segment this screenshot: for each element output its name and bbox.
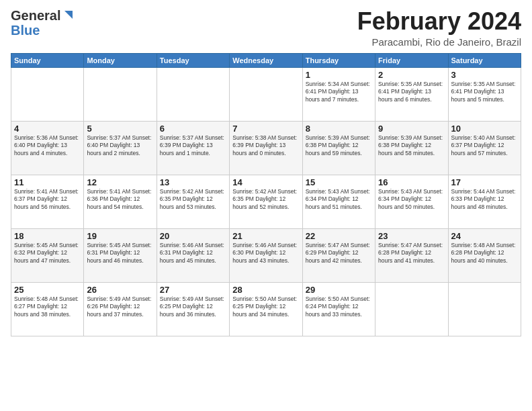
day-number: 19 xyxy=(87,231,153,241)
day-number: 2 xyxy=(378,70,445,80)
day-info: Sunrise: 5:39 AM Sunset: 6:38 PM Dayligh… xyxy=(378,134,445,157)
logo-blue: Blue xyxy=(11,23,40,38)
day-number: 9 xyxy=(378,124,445,134)
day-cell: 28Sunrise: 5:50 AM Sunset: 6:25 PM Dayli… xyxy=(230,282,302,336)
day-info: Sunrise: 5:50 AM Sunset: 6:25 PM Dayligh… xyxy=(232,295,299,318)
day-info: Sunrise: 5:47 AM Sunset: 6:29 PM Dayligh… xyxy=(306,242,372,265)
title-block: February 2024 Paracambi, Rio de Janeiro,… xyxy=(357,8,521,48)
day-info: Sunrise: 5:37 AM Sunset: 6:40 PM Dayligh… xyxy=(87,134,153,157)
day-info: Sunrise: 5:40 AM Sunset: 6:37 PM Dayligh… xyxy=(451,134,518,157)
day-cell: 18Sunrise: 5:45 AM Sunset: 6:32 PM Dayli… xyxy=(11,228,84,282)
svg-marker-0 xyxy=(64,11,73,19)
day-cell xyxy=(448,282,521,336)
calendar-container: General Blue February 2024 Paracambi, Ri… xyxy=(0,0,532,411)
day-number: 23 xyxy=(378,231,445,241)
col-header-sunday: Sunday xyxy=(11,53,84,67)
day-number: 18 xyxy=(14,231,81,241)
day-info: Sunrise: 5:49 AM Sunset: 6:26 PM Dayligh… xyxy=(87,295,153,318)
day-info: Sunrise: 5:44 AM Sunset: 6:33 PM Dayligh… xyxy=(451,188,518,211)
day-cell: 8Sunrise: 5:39 AM Sunset: 6:38 PM Daylig… xyxy=(302,121,375,175)
day-cell: 4Sunrise: 5:36 AM Sunset: 6:40 PM Daylig… xyxy=(11,121,84,175)
day-number: 12 xyxy=(87,177,153,187)
col-header-saturday: Saturday xyxy=(448,53,521,67)
day-number: 6 xyxy=(160,124,226,134)
day-info: Sunrise: 5:45 AM Sunset: 6:32 PM Dayligh… xyxy=(14,242,81,265)
day-info: Sunrise: 5:39 AM Sunset: 6:38 PM Dayligh… xyxy=(306,134,372,157)
day-cell: 29Sunrise: 5:50 AM Sunset: 6:24 PM Dayli… xyxy=(302,282,375,336)
day-info: Sunrise: 5:38 AM Sunset: 6:39 PM Dayligh… xyxy=(232,134,299,157)
day-number: 3 xyxy=(451,70,518,80)
day-cell: 23Sunrise: 5:47 AM Sunset: 6:28 PM Dayli… xyxy=(375,228,448,282)
day-number: 27 xyxy=(160,285,226,295)
day-number: 8 xyxy=(306,124,372,134)
day-cell xyxy=(11,67,84,121)
day-info: Sunrise: 5:41 AM Sunset: 6:37 PM Dayligh… xyxy=(14,188,81,211)
calendar-table: SundayMondayTuesdayWednesdayThursdayFrid… xyxy=(11,53,521,336)
day-info: Sunrise: 5:47 AM Sunset: 6:28 PM Dayligh… xyxy=(378,242,445,265)
week-row-1: 1Sunrise: 5:34 AM Sunset: 6:41 PM Daylig… xyxy=(11,67,521,121)
day-info: Sunrise: 5:48 AM Sunset: 6:28 PM Dayligh… xyxy=(451,242,518,265)
day-number: 28 xyxy=(232,285,299,295)
week-row-4: 18Sunrise: 5:45 AM Sunset: 6:32 PM Dayli… xyxy=(11,228,521,282)
week-row-5: 25Sunrise: 5:48 AM Sunset: 6:27 PM Dayli… xyxy=(11,282,521,336)
day-info: Sunrise: 5:35 AM Sunset: 6:41 PM Dayligh… xyxy=(451,81,518,103)
col-header-tuesday: Tuesday xyxy=(157,53,229,67)
day-cell: 16Sunrise: 5:43 AM Sunset: 6:34 PM Dayli… xyxy=(375,175,448,228)
day-cell: 2Sunrise: 5:35 AM Sunset: 6:41 PM Daylig… xyxy=(375,67,448,121)
day-cell xyxy=(375,282,448,336)
header-row: SundayMondayTuesdayWednesdayThursdayFrid… xyxy=(11,53,521,67)
day-cell: 10Sunrise: 5:40 AM Sunset: 6:37 PM Dayli… xyxy=(448,121,521,175)
day-info: Sunrise: 5:37 AM Sunset: 6:39 PM Dayligh… xyxy=(160,134,226,157)
day-cell: 7Sunrise: 5:38 AM Sunset: 6:39 PM Daylig… xyxy=(230,121,302,175)
day-info: Sunrise: 5:48 AM Sunset: 6:27 PM Dayligh… xyxy=(14,295,81,318)
day-cell: 13Sunrise: 5:42 AM Sunset: 6:35 PM Dayli… xyxy=(157,175,229,228)
day-info: Sunrise: 5:50 AM Sunset: 6:24 PM Dayligh… xyxy=(306,295,372,318)
day-info: Sunrise: 5:34 AM Sunset: 6:41 PM Dayligh… xyxy=(306,81,372,103)
day-number: 13 xyxy=(160,177,226,187)
day-number: 11 xyxy=(14,177,81,187)
day-info: Sunrise: 5:35 AM Sunset: 6:41 PM Dayligh… xyxy=(378,81,445,103)
day-cell: 5Sunrise: 5:37 AM Sunset: 6:40 PM Daylig… xyxy=(84,121,157,175)
col-header-friday: Friday xyxy=(375,53,448,67)
day-number: 26 xyxy=(87,285,153,295)
day-number: 17 xyxy=(451,177,518,187)
col-header-monday: Monday xyxy=(84,53,157,67)
day-cell: 25Sunrise: 5:48 AM Sunset: 6:27 PM Dayli… xyxy=(11,282,84,336)
day-cell xyxy=(157,67,229,121)
day-info: Sunrise: 5:43 AM Sunset: 6:34 PM Dayligh… xyxy=(306,188,372,211)
logo: General Blue xyxy=(11,8,73,38)
day-info: Sunrise: 5:45 AM Sunset: 6:31 PM Dayligh… xyxy=(87,242,153,265)
day-number: 20 xyxy=(160,231,226,241)
logo-general: General xyxy=(11,8,60,23)
day-cell: 11Sunrise: 5:41 AM Sunset: 6:37 PM Dayli… xyxy=(11,175,84,228)
day-info: Sunrise: 5:46 AM Sunset: 6:30 PM Dayligh… xyxy=(232,242,299,265)
day-number: 16 xyxy=(378,177,445,187)
day-info: Sunrise: 5:36 AM Sunset: 6:40 PM Dayligh… xyxy=(14,134,81,157)
week-row-3: 11Sunrise: 5:41 AM Sunset: 6:37 PM Dayli… xyxy=(11,175,521,228)
day-number: 5 xyxy=(87,124,153,134)
day-cell xyxy=(230,67,302,121)
day-cell: 20Sunrise: 5:46 AM Sunset: 6:31 PM Dayli… xyxy=(157,228,229,282)
logo-triangle-icon xyxy=(60,9,73,21)
day-number: 22 xyxy=(306,231,372,241)
day-number: 14 xyxy=(232,177,299,187)
col-header-thursday: Thursday xyxy=(302,53,375,67)
day-cell: 12Sunrise: 5:41 AM Sunset: 6:36 PM Dayli… xyxy=(84,175,157,228)
day-cell: 21Sunrise: 5:46 AM Sunset: 6:30 PM Dayli… xyxy=(230,228,302,282)
day-info: Sunrise: 5:42 AM Sunset: 6:35 PM Dayligh… xyxy=(232,188,299,211)
day-cell: 24Sunrise: 5:48 AM Sunset: 6:28 PM Dayli… xyxy=(448,228,521,282)
day-cell: 27Sunrise: 5:49 AM Sunset: 6:25 PM Dayli… xyxy=(157,282,229,336)
day-cell: 14Sunrise: 5:42 AM Sunset: 6:35 PM Dayli… xyxy=(230,175,302,228)
day-number: 7 xyxy=(232,124,299,134)
day-info: Sunrise: 5:49 AM Sunset: 6:25 PM Dayligh… xyxy=(160,295,226,318)
day-number: 25 xyxy=(14,285,81,295)
day-number: 10 xyxy=(451,124,518,134)
day-cell: 22Sunrise: 5:47 AM Sunset: 6:29 PM Dayli… xyxy=(302,228,375,282)
day-cell: 17Sunrise: 5:44 AM Sunset: 6:33 PM Dayli… xyxy=(448,175,521,228)
day-info: Sunrise: 5:41 AM Sunset: 6:36 PM Dayligh… xyxy=(87,188,153,211)
day-number: 15 xyxy=(306,177,372,187)
day-number: 1 xyxy=(306,70,372,80)
day-info: Sunrise: 5:46 AM Sunset: 6:31 PM Dayligh… xyxy=(160,242,226,265)
week-row-2: 4Sunrise: 5:36 AM Sunset: 6:40 PM Daylig… xyxy=(11,121,521,175)
day-cell: 9Sunrise: 5:39 AM Sunset: 6:38 PM Daylig… xyxy=(375,121,448,175)
